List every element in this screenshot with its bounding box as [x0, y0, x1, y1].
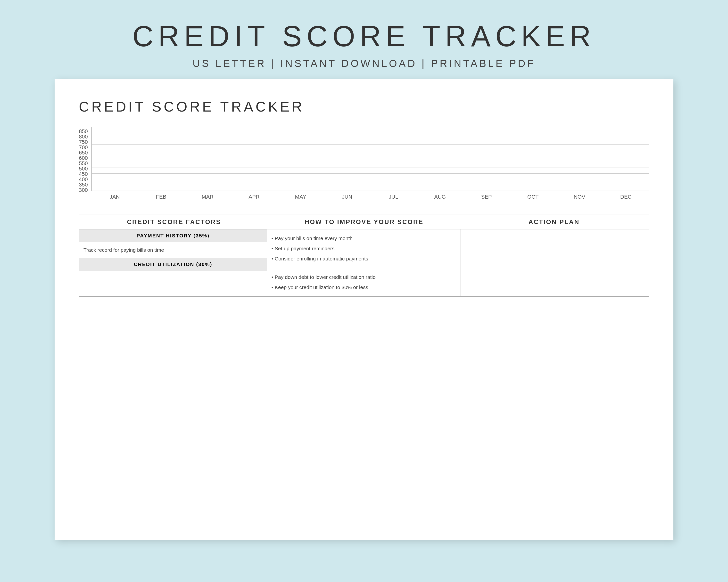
- y-axis-label: 350: [79, 182, 88, 188]
- page-header: CREDIT SCORE TRACKER US LETTER | INSTANT…: [132, 0, 596, 70]
- y-axis-label: 300: [79, 188, 88, 193]
- credit-util-label: CREDIT UTILIZATION (30%): [79, 258, 267, 271]
- x-axis-label: APR: [231, 194, 277, 200]
- improve-column: • Pay your bills on time every month• Se…: [267, 229, 461, 296]
- grid-line: [92, 179, 649, 179]
- y-axis-label: 450: [79, 171, 88, 177]
- y-axis: 850800750700650600550500450400350300: [79, 127, 92, 200]
- improve-payment-tips: • Pay your bills on time every month• Se…: [267, 229, 461, 268]
- y-axis-label: 700: [79, 145, 88, 150]
- x-axis-label: SEP: [463, 194, 510, 200]
- col-header-action: ACTION PLAN: [459, 215, 649, 229]
- x-axis-label: JUN: [324, 194, 370, 200]
- grid-line: [92, 191, 649, 191]
- x-axis-label: OCT: [510, 194, 556, 200]
- grid-line: [92, 162, 649, 162]
- chart-grid: [92, 127, 649, 191]
- factors-column: PAYMENT HISTORY (35%) Track record for p…: [79, 229, 267, 296]
- x-axis-label: AUG: [417, 194, 463, 200]
- page-title: CREDIT SCORE TRACKER: [132, 20, 596, 53]
- grid-line: [92, 156, 649, 156]
- x-axis-label: JAN: [92, 194, 138, 200]
- x-axis-label: DEC: [603, 194, 649, 200]
- credit-util-desc: [79, 271, 267, 279]
- col-header-improve: HOW TO IMPROVE YOUR SCORE: [269, 215, 459, 229]
- page-subtitle: US LETTER | INSTANT DOWNLOAD | PRINTABLE…: [132, 58, 596, 70]
- y-axis-label: 800: [79, 134, 88, 139]
- y-axis-label: 550: [79, 161, 88, 166]
- improve-util-tips: • Pay down debt to lower credit utilizat…: [267, 268, 461, 296]
- document-title: CREDIT SCORE TRACKER: [79, 99, 649, 115]
- section-headers: CREDIT SCORE FACTORS HOW TO IMPROVE YOUR…: [79, 215, 649, 229]
- y-axis-label: 400: [79, 177, 88, 182]
- x-axis-label: FEB: [138, 194, 184, 200]
- improve-tip: • Pay down debt to lower credit utilizat…: [271, 272, 456, 282]
- x-axis-label: NOV: [556, 194, 603, 200]
- action-column: [461, 229, 649, 296]
- main-table: PAYMENT HISTORY (35%) Track record for p…: [79, 229, 649, 297]
- grid-line: [92, 133, 649, 133]
- payment-history-desc: Track record for paying bills on time: [79, 242, 267, 258]
- improve-tip: • Keep your credit utilization to 30% or…: [271, 282, 456, 293]
- chart-container: 850800750700650600550500450400350300 JAN…: [79, 127, 649, 200]
- document-container: CREDIT SCORE TRACKER 8508007507006506005…: [55, 79, 673, 540]
- y-axis-label: 500: [79, 166, 88, 171]
- x-axis-label: MAY: [277, 194, 324, 200]
- y-axis-label: 850: [79, 129, 88, 134]
- x-axis: JANFEBMARAPRMAYJUNJULAUGSEPOCTNOVDEC: [92, 191, 649, 200]
- action-util: [461, 268, 649, 276]
- y-axis-label: 600: [79, 156, 88, 161]
- grid-line: [92, 139, 649, 139]
- grid-line: [92, 150, 649, 150]
- x-axis-label: JUL: [370, 194, 417, 200]
- improve-tip: • Pay your bills on time every month: [271, 233, 456, 244]
- col-header-factors: CREDIT SCORE FACTORS: [79, 215, 269, 229]
- chart-area: JANFEBMARAPRMAYJUNJULAUGSEPOCTNOVDEC: [92, 127, 649, 200]
- payment-history-label: PAYMENT HISTORY (35%): [79, 229, 267, 242]
- grid-line: [92, 173, 649, 174]
- x-axis-label: MAR: [184, 194, 231, 200]
- improve-tip: • Set up payment reminders: [271, 244, 456, 254]
- action-payment: [461, 229, 649, 268]
- y-axis-label: 750: [79, 139, 88, 145]
- y-axis-label: 650: [79, 150, 88, 156]
- improve-tip: • Consider enrolling in automatic paymen…: [271, 254, 456, 264]
